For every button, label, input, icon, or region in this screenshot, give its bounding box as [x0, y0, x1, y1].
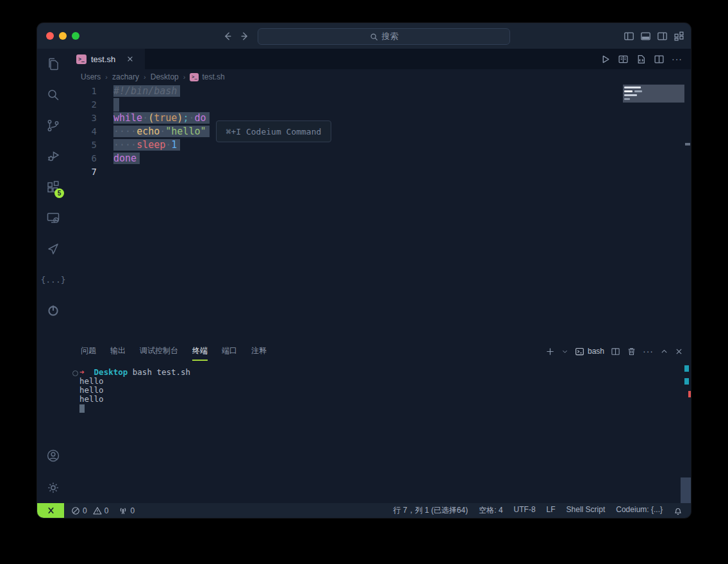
toggle-panel-icon[interactable] [640, 31, 651, 42]
split-editor-icon[interactable] [654, 54, 665, 65]
run-debug-icon[interactable] [37, 141, 69, 172]
breadcrumb-separator: › [144, 73, 146, 81]
breadcrumb: Users›zachary›Desktop› >_ test.sh [69, 69, 691, 85]
minimize-window-button[interactable] [59, 32, 67, 40]
warnings-count: 0 [104, 506, 109, 515]
minimap-line [624, 98, 630, 100]
editor-more-actions-icon[interactable]: ··· [672, 54, 682, 63]
breadcrumb-item[interactable]: zachary [112, 72, 139, 81]
tab-label: test.sh [91, 54, 115, 64]
navigate-back-icon[interactable] [222, 31, 233, 42]
source-control-icon[interactable] [37, 110, 69, 141]
account-icon[interactable] [37, 440, 69, 472]
status-bar: 0 0 0 行 7，列 1 (已选择64)空格: 4UTF-8LFShell S… [37, 503, 691, 518]
panel-tabs: 问题输出调试控制台终端端口注释 [81, 342, 267, 361]
tab-test-sh[interactable]: >_ test.sh [69, 49, 145, 69]
remote-indicator[interactable] [37, 503, 64, 518]
status-item[interactable]: LF [547, 505, 556, 516]
code-line[interactable]: 6done [69, 152, 691, 165]
code-line[interactable]: 1#!/bin/bash [69, 85, 691, 98]
code-line[interactable]: 7 [69, 165, 691, 179]
breadcrumb-item[interactable]: Users [81, 72, 101, 81]
new-terminal-icon[interactable] [545, 347, 555, 356]
terminal-overview-mark [684, 378, 689, 385]
zoom-window-button[interactable] [72, 32, 79, 40]
customize-layout-icon[interactable] [674, 31, 684, 42]
ports-status[interactable]: 0 [108, 506, 135, 515]
search-sidebar-icon[interactable] [37, 79, 69, 110]
code-line[interactable]: 3while·(true);·do [69, 112, 691, 125]
breadcrumb-file[interactable]: >_ test.sh [190, 72, 224, 81]
minimap-slider[interactable] [623, 85, 684, 103]
status-items: 行 7，列 1 (已选择64)空格: 4UTF-8LFShell ScriptC… [393, 505, 663, 516]
terminal-output-line: hello [79, 386, 691, 395]
toggle-primary-sidebar-icon[interactable] [624, 31, 634, 42]
status-item[interactable]: 空格: 4 [479, 505, 502, 516]
command-center-search[interactable]: 搜索 [258, 28, 510, 45]
explorer-icon[interactable] [37, 49, 69, 79]
split-terminal-icon[interactable] [611, 347, 620, 356]
shell-file-icon: >_ [190, 73, 199, 81]
braces-extension-icon[interactable]: {...} [37, 264, 69, 295]
status-item[interactable]: Shell Script [567, 505, 606, 516]
breadcrumb-items: Users›zachary›Desktop› [81, 72, 185, 81]
window-controls [37, 32, 79, 40]
close-window-button[interactable] [46, 32, 54, 40]
panel-tab[interactable]: 调试控制台 [140, 342, 178, 361]
search-placeholder: 搜索 [382, 31, 399, 42]
desktop-background: 搜索 [0, 0, 728, 564]
code-line[interactable]: 5····sleep·1 [69, 138, 691, 152]
command-decoration-icon[interactable] [72, 370, 78, 376]
codeium-command-hint[interactable]: ⌘+I Codeium Command [216, 120, 331, 142]
extensions-icon[interactable]: 5 [37, 172, 69, 203]
panel-tab[interactable]: 端口 [222, 342, 237, 361]
file-code-icon[interactable] [636, 54, 647, 65]
settings-gear-icon[interactable] [37, 472, 69, 503]
code-line[interactable]: 4····echo·"hello" [69, 125, 691, 138]
open-preview-icon[interactable] [618, 54, 629, 65]
minimap[interactable] [623, 85, 684, 342]
status-item[interactable]: UTF-8 [514, 505, 536, 516]
terminal-overview-mark [688, 391, 691, 397]
terminal-cursor-line [79, 404, 691, 413]
panel-more-actions-icon[interactable]: ··· [643, 347, 654, 356]
kill-terminal-trash-icon[interactable] [627, 347, 636, 356]
breadcrumb-item[interactable]: Desktop [151, 72, 179, 81]
notifications-bell-icon[interactable] [674, 506, 682, 515]
navigate-forward-icon[interactable] [240, 31, 251, 42]
power-extension-icon[interactable] [37, 295, 69, 326]
send-arrow-extension-icon[interactable] [37, 233, 69, 264]
activity-bar: 5 {...} [37, 49, 69, 503]
status-item[interactable]: Codeium: {...} [616, 505, 663, 516]
terminal-output: hellohellohello [79, 377, 691, 404]
panel-tab[interactable]: 输出 [110, 342, 126, 361]
code-editor[interactable]: 1#!/bin/bash23while·(true);·do4····echo·… [69, 85, 691, 342]
panel-tab[interactable]: 注释 [251, 342, 267, 361]
line-number: 3 [69, 112, 97, 125]
status-item[interactable]: 行 7，列 1 (已选择64) [393, 505, 468, 516]
line-number: 4 [69, 125, 97, 138]
errors-icon [71, 506, 80, 515]
panel-tab[interactable]: 终端 [192, 342, 208, 361]
close-tab-icon[interactable] [126, 55, 134, 63]
panel-tab[interactable]: 问题 [81, 342, 96, 361]
close-panel-icon[interactable] [675, 347, 683, 356]
editor-tab-bar: >_ test.sh [69, 49, 691, 69]
toggle-secondary-sidebar-icon[interactable] [657, 31, 668, 42]
problems-status[interactable]: 0 0 [64, 506, 108, 515]
warnings-icon [93, 506, 102, 515]
maximize-panel-icon[interactable] [660, 347, 668, 356]
terminal-scrollbar-thumb[interactable] [681, 477, 691, 503]
minimap-line [624, 90, 633, 92]
terminal-overview-mark [684, 365, 689, 372]
code-line[interactable]: 2 [69, 98, 691, 112]
run-file-icon[interactable] [600, 54, 611, 65]
remote-explorer-icon[interactable] [37, 203, 69, 233]
breadcrumb-separator: › [105, 73, 108, 81]
active-terminal-chip[interactable]: bash [575, 347, 604, 356]
terminal-profile-dropdown-icon[interactable] [561, 348, 568, 355]
line-number: 6 [69, 152, 97, 165]
terminal-output-line: hello [79, 395, 691, 404]
terminal-view[interactable]: ➜ Desktop bash test.sh hellohellohello [69, 361, 691, 503]
vscode-window: 搜索 [37, 23, 691, 518]
